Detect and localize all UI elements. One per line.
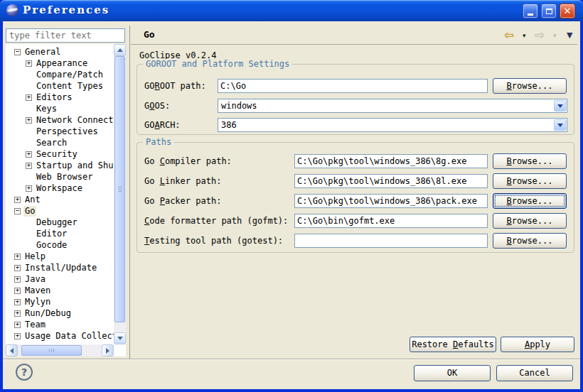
expand-icon[interactable] xyxy=(26,185,32,192)
arrow-right-icon xyxy=(106,348,112,354)
compiler-path-label: Go Compiler path: xyxy=(144,156,232,166)
tree-item[interactable]: Usage Data Collect xyxy=(6,330,114,342)
page-header: Go ⇦ ▾ ⇨ ▾ ▼ xyxy=(131,26,577,45)
tree-item[interactable]: Run/Debug xyxy=(6,307,114,319)
tree-item[interactable]: Startup and Shu xyxy=(6,160,114,171)
tree-item[interactable]: Workspace xyxy=(6,183,114,194)
expand-icon[interactable] xyxy=(26,60,32,67)
view-menu-icon[interactable]: ▼ xyxy=(567,31,572,40)
restore-defaults-button[interactable]: Restore Defaults xyxy=(410,337,496,352)
linker-browse-button[interactable]: Browse... xyxy=(493,173,567,189)
window-title: Preferences xyxy=(23,4,109,16)
vertical-scroll-thumb[interactable] xyxy=(114,56,125,322)
gofmt-path-input[interactable] xyxy=(294,214,488,228)
tree-item[interactable]: Security xyxy=(6,148,114,160)
tree-item[interactable]: Appearance xyxy=(6,58,114,69)
goarch-dropdown-button[interactable] xyxy=(554,119,566,131)
linker-path-label: Go Linker path: xyxy=(144,176,221,186)
dialog-body: General Appearance Compare/Patch Content… xyxy=(3,21,580,389)
tree-item[interactable]: Perspectives xyxy=(6,126,114,137)
goroot-path-input[interactable] xyxy=(218,79,488,93)
horizontal-scrollbar[interactable] xyxy=(6,344,114,356)
group-goroot-settings: GOROOT and Platform Settings GOROOT path… xyxy=(137,64,574,135)
filter-input[interactable] xyxy=(6,28,125,43)
expand-icon[interactable] xyxy=(14,288,21,294)
tree-item[interactable]: Editor xyxy=(6,228,114,239)
forward-icon[interactable]: ⇨ xyxy=(535,28,545,42)
packer-path-input[interactable] xyxy=(294,194,488,208)
tree-item[interactable]: Debugger xyxy=(6,217,114,228)
tree-item[interactable]: Java xyxy=(6,273,114,285)
tree-item[interactable]: Editors xyxy=(6,92,114,103)
expand-icon[interactable] xyxy=(26,151,32,158)
vertical-scrollbar[interactable] xyxy=(114,44,126,344)
close-button[interactable]: ✕ xyxy=(560,4,575,18)
scroll-down-button[interactable] xyxy=(114,332,126,344)
goos-value: windows xyxy=(221,101,257,111)
goarch-combo[interactable]: 386 xyxy=(218,118,567,132)
cancel-button[interactable]: Cancel xyxy=(496,365,573,381)
packer-path-label: Go Packer path: xyxy=(144,196,221,206)
chevron-down-icon xyxy=(557,104,563,111)
collapse-icon[interactable] xyxy=(14,49,21,55)
tree-item[interactable]: Gocode xyxy=(6,239,114,251)
expand-icon[interactable] xyxy=(14,322,21,328)
bottom-separator xyxy=(3,359,580,360)
expand-icon[interactable] xyxy=(14,333,21,339)
compiler-path-input[interactable] xyxy=(294,154,488,168)
tree-item[interactable]: Content Types xyxy=(6,80,114,92)
sash-divider[interactable] xyxy=(129,26,130,359)
expand-icon[interactable] xyxy=(14,265,21,271)
tree-item[interactable]: Maven xyxy=(6,285,114,296)
expand-icon[interactable] xyxy=(26,163,32,169)
gofmt-path-label: Code formatter path (gofmt): xyxy=(144,216,288,226)
goarch-value: 386 xyxy=(221,120,237,130)
minimize-button[interactable] xyxy=(523,4,538,18)
linker-path-input[interactable] xyxy=(294,174,488,188)
maximize-button[interactable] xyxy=(541,4,557,18)
tree-item-go-selected[interactable]: Go xyxy=(6,205,114,217)
gotest-path-input[interactable] xyxy=(294,234,488,248)
tree-item[interactable]: Network Connect xyxy=(6,114,114,126)
scroll-left-button[interactable] xyxy=(6,344,18,356)
scroll-right-button[interactable] xyxy=(102,344,114,356)
horizontal-scroll-thumb[interactable] xyxy=(21,345,82,356)
ok-button[interactable]: OK xyxy=(414,365,491,381)
group-paths: Paths Go Compiler path: Browse... Go Lin… xyxy=(137,142,574,253)
expand-icon[interactable] xyxy=(26,94,32,101)
titlebar: Preferences ✕ xyxy=(0,0,583,21)
goos-dropdown-button[interactable] xyxy=(554,100,566,111)
goroot-path-label: GOROOT path: xyxy=(144,81,206,91)
expand-icon[interactable] xyxy=(14,197,21,203)
back-menu-icon[interactable]: ▾ xyxy=(523,32,526,39)
goos-combo[interactable]: windows xyxy=(218,99,567,113)
expand-icon[interactable] xyxy=(14,276,21,283)
tree-item[interactable]: Team xyxy=(6,319,114,330)
expand-icon[interactable] xyxy=(14,299,21,305)
tree-item[interactable]: Web Browser xyxy=(6,171,114,183)
tree-item[interactable]: General xyxy=(6,46,114,58)
tree-item[interactable]: Search xyxy=(6,137,114,148)
forward-menu-icon[interactable]: ▾ xyxy=(553,32,557,39)
collapse-icon[interactable] xyxy=(14,208,21,214)
tree-item[interactable]: Ant xyxy=(6,194,114,205)
tree-item[interactable]: Compare/Patch xyxy=(6,69,114,80)
packer-browse-button[interactable]: Browse... xyxy=(493,193,567,209)
back-icon[interactable]: ⇦ xyxy=(504,28,514,42)
apply-button[interactable]: Apply xyxy=(501,337,574,352)
question-icon: ? xyxy=(21,366,27,378)
tree-item[interactable]: Install/Update xyxy=(6,262,114,273)
expand-icon[interactable] xyxy=(14,254,21,260)
help-button[interactable]: ? xyxy=(16,364,33,381)
chevron-down-icon xyxy=(557,124,563,130)
tree-item[interactable]: Help xyxy=(6,251,114,262)
goroot-browse-button[interactable]: Browse... xyxy=(493,78,567,94)
gofmt-browse-button[interactable]: Browse... xyxy=(493,213,567,229)
expand-icon[interactable] xyxy=(14,310,21,317)
tree-item[interactable]: Keys xyxy=(6,103,114,114)
scroll-up-button[interactable] xyxy=(114,44,126,56)
tree-item[interactable]: Mylyn xyxy=(6,296,114,307)
gotest-browse-button[interactable]: Browse... xyxy=(493,233,567,249)
compiler-browse-button[interactable]: Browse... xyxy=(493,153,567,169)
expand-icon[interactable] xyxy=(26,117,32,124)
